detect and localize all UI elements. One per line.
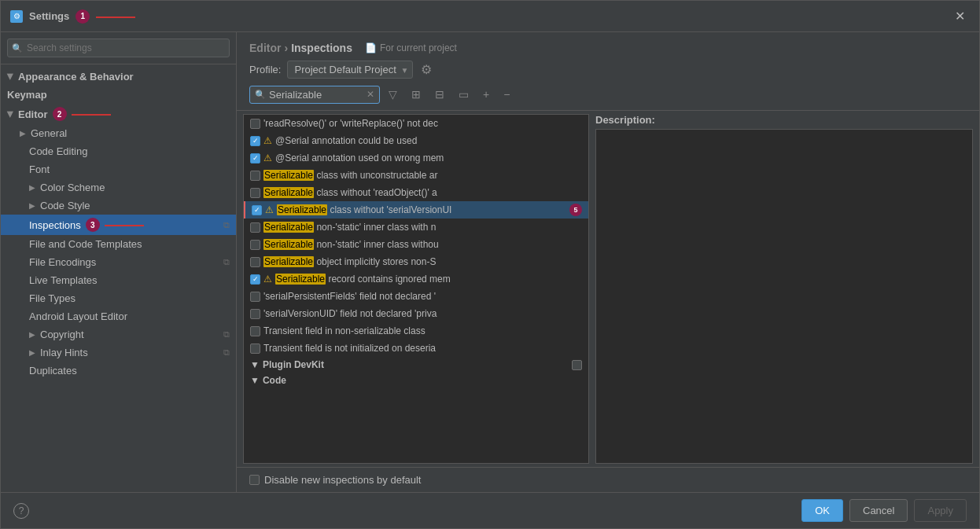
sidebar-item-code-style[interactable]: ▶ Code Style xyxy=(1,197,236,215)
sidebar-item-label: File and Code Templates xyxy=(29,238,142,250)
checkbox-1[interactable] xyxy=(250,119,260,129)
sidebar-item-duplicates[interactable]: Duplicates xyxy=(1,362,236,380)
sidebar-item-label: Editor xyxy=(18,108,48,120)
sidebar-item-keymap[interactable]: Keymap xyxy=(1,86,236,104)
inspection-row[interactable]: ⚠ Serializable record contains ignored m… xyxy=(244,270,588,288)
profile-select[interactable]: Project Default Project xyxy=(287,61,413,79)
inspection-row[interactable]: 'serialPersistentFields' field not decla… xyxy=(244,288,588,305)
search-icon: 🔍 xyxy=(12,43,23,53)
checkbox-9[interactable] xyxy=(250,257,260,267)
inspection-text-14: Transient field is not initialized on de… xyxy=(263,343,582,354)
cb-plugin-devkit[interactable] xyxy=(572,360,582,370)
group-button[interactable]: ▭ xyxy=(453,85,474,104)
sidebar-item-inlay-hints[interactable]: ▶ Inlay Hints ⧉ xyxy=(1,343,236,362)
inspection-row[interactable]: Serializable non-'static' inner class wi… xyxy=(244,236,588,253)
checkbox-5[interactable] xyxy=(250,188,260,198)
description-label: Description: xyxy=(595,114,973,126)
checkbox-12[interactable] xyxy=(250,309,260,319)
sidebar-item-label: Color Scheme xyxy=(40,182,105,193)
filter-input[interactable] xyxy=(269,89,363,101)
inspection-text-4: Serializable class with unconstructable … xyxy=(263,170,582,181)
app-icon: ⚙ xyxy=(10,10,23,23)
inspection-row[interactable]: Serializable class with unconstructable … xyxy=(244,167,588,184)
sidebar-item-inspections[interactable]: Inspections 3 ⧉ xyxy=(1,215,236,235)
checkbox-13[interactable] xyxy=(250,326,260,336)
window-title: Settings xyxy=(29,10,69,22)
sidebar-item-appearance[interactable]: ▶ Appearance & Behavior xyxy=(1,68,236,86)
add-button[interactable]: + xyxy=(477,85,495,104)
inspection-row[interactable]: ⚠ @Serial annotation used on wrong mem xyxy=(244,149,588,167)
breadcrumb: Editor › Inspections xyxy=(249,42,352,54)
sidebar-item-general[interactable]: ▶ General xyxy=(1,124,236,142)
sidebar-item-label: Keymap xyxy=(7,89,47,101)
expand-all-button[interactable]: ⊞ xyxy=(406,85,426,104)
sidebar-item-live-templates[interactable]: Live Templates xyxy=(1,271,236,289)
sidebar-item-editor[interactable]: ▶ Editor 2 xyxy=(1,104,236,124)
inspection-text-12: 'serialVersionUID' field not declared 'p… xyxy=(263,308,582,319)
main-content: Editor › Inspections 📄 For current proje… xyxy=(237,32,979,492)
sidebar-tree: ▶ Appearance & Behavior Keymap ▶ Editor … xyxy=(1,64,236,492)
for-project-label: 📄 For current project xyxy=(365,42,457,53)
remove-button[interactable]: − xyxy=(498,85,515,104)
inspection-row-selected[interactable]: ⚠ Serializable class without 'serialVers… xyxy=(244,201,588,219)
checkbox-3[interactable] xyxy=(250,153,260,163)
sidebar-item-label: Appearance & Behavior xyxy=(18,71,134,83)
help-button[interactable]: ? xyxy=(13,503,29,519)
inspection-row[interactable]: 'readResolve()' or 'writeReplace()' not … xyxy=(244,115,588,132)
section-code: ▼ Code xyxy=(244,373,588,388)
inspection-row[interactable]: ⚠ @Serial annotation could be used xyxy=(244,132,588,149)
breadcrumb-separator: › xyxy=(284,42,288,54)
inspection-row[interactable]: Transient field is not initialized on de… xyxy=(244,340,588,357)
sidebar-item-code-editing[interactable]: Code Editing xyxy=(1,142,236,160)
badge-1: 1 xyxy=(76,9,90,24)
sidebar-item-label: File Encodings xyxy=(29,256,96,268)
disable-checkbox[interactable] xyxy=(249,475,260,485)
checkbox-11[interactable] xyxy=(250,292,260,302)
apply-button[interactable]: Apply xyxy=(914,499,967,522)
checkbox-2[interactable] xyxy=(250,136,260,146)
chevron-general: ▶ xyxy=(20,129,26,138)
checkbox-6[interactable] xyxy=(252,205,262,215)
inspection-row[interactable]: Serializable object implicitly stores no… xyxy=(244,253,588,270)
sidebar-item-color-scheme[interactable]: ▶ Color Scheme xyxy=(1,178,236,197)
inspection-row[interactable]: Transient field in non-serializable clas… xyxy=(244,322,588,340)
sidebar-item-file-types[interactable]: File Types xyxy=(1,289,236,307)
inspection-row[interactable]: Serializable class without 'readObject()… xyxy=(244,184,588,201)
ok-button[interactable]: OK xyxy=(801,499,843,522)
clear-filter-button[interactable]: ✕ xyxy=(367,89,374,100)
checkbox-7[interactable] xyxy=(250,222,260,233)
warn-icon-3: ⚠ xyxy=(263,152,272,163)
badge-5: 5 xyxy=(569,204,582,216)
sidebar-item-label: Code Editing xyxy=(29,145,87,157)
search-filter-box: 🔍 ✕ xyxy=(249,86,380,104)
sidebar-item-copyright[interactable]: ▶ Copyright ⧉ xyxy=(1,325,236,343)
checkbox-10[interactable] xyxy=(250,274,260,285)
chevron-inlay-hints: ▶ xyxy=(29,348,35,357)
inspection-row[interactable]: 'serialVersionUID' field not declared 'p… xyxy=(244,305,588,322)
sidebar-item-font[interactable]: Font xyxy=(1,160,236,178)
search-wrapper: 🔍 xyxy=(7,39,230,57)
sidebar-search-input[interactable] xyxy=(7,39,230,57)
disable-label: Disable new inspections by default xyxy=(264,474,421,486)
gear-button[interactable]: ⚙ xyxy=(419,61,433,79)
checkbox-4[interactable] xyxy=(250,171,260,181)
sidebar-item-android-layout-editor[interactable]: Android Layout Editor xyxy=(1,307,236,325)
sidebar-item-file-code-templates[interactable]: File and Code Templates xyxy=(1,235,236,253)
toolbar-row: 🔍 ✕ ▽ ⊞ ⊟ ▭ + − xyxy=(249,85,967,104)
close-button[interactable]: ✕ xyxy=(950,7,970,25)
sidebar-item-label: Inspections xyxy=(29,219,81,231)
main-footer: Disable new inspections by default xyxy=(237,467,979,492)
checkbox-14[interactable] xyxy=(250,343,260,354)
sidebar-item-label: Android Layout Editor xyxy=(29,310,127,322)
inspection-text-9: Serializable object implicitly stores no… xyxy=(263,256,582,267)
sidebar-item-file-encodings[interactable]: File Encodings ⧉ xyxy=(1,253,236,271)
profile-select-wrapper: Project Default Project ▼ xyxy=(287,61,413,79)
checkbox-8[interactable] xyxy=(250,240,260,250)
breadcrumb-parent: Editor xyxy=(249,42,281,54)
inspection-row[interactable]: Serializable non-'static' inner class wi… xyxy=(244,219,588,236)
collapse-all-button[interactable]: ⊟ xyxy=(429,85,450,104)
cancel-button[interactable]: Cancel xyxy=(849,499,908,522)
inspection-text-10: Serializable record contains ignored mem xyxy=(275,274,582,285)
filter-button[interactable]: ▽ xyxy=(383,85,403,104)
inspection-text-13: Transient field in non-serializable clas… xyxy=(263,325,582,336)
